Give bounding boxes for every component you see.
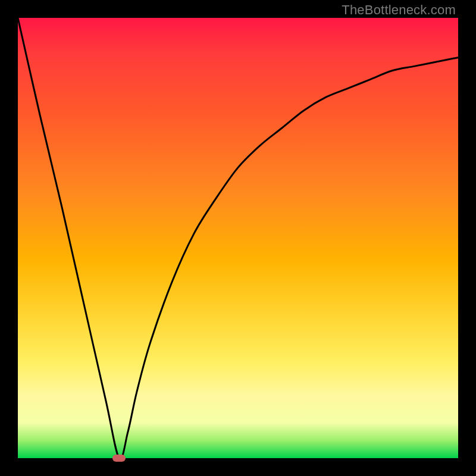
optimal-marker: [112, 455, 126, 462]
curve-layer: [18, 18, 458, 458]
watermark-text: TheBottleneck.com: [342, 2, 456, 18]
bottleneck-curve-path: [18, 18, 458, 458]
plot-area: [18, 18, 458, 458]
chart-frame: TheBottleneck.com: [0, 0, 476, 476]
